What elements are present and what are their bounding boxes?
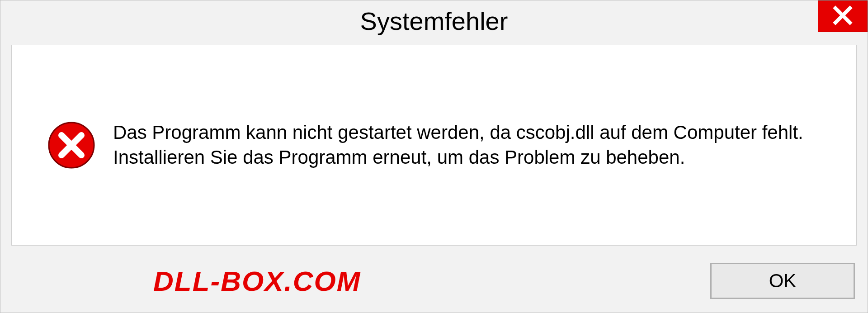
error-icon xyxy=(48,122,95,169)
ok-button[interactable]: OK xyxy=(710,263,855,299)
content-panel: Das Programm kann nicht gestartet werden… xyxy=(11,45,857,246)
error-message: Das Programm kann nicht gestartet werden… xyxy=(113,120,820,170)
dialog-title: Systemfehler xyxy=(360,6,508,36)
close-button[interactable] xyxy=(818,0,868,32)
ok-button-label: OK xyxy=(769,270,797,292)
footer: DLL-BOX.COM OK xyxy=(0,254,868,313)
titlebar: Systemfehler xyxy=(0,0,868,41)
close-icon xyxy=(833,5,853,27)
watermark-text: DLL-BOX.COM xyxy=(153,265,361,297)
error-dialog: Systemfehler Das Programm kann nicht ges… xyxy=(0,0,868,313)
